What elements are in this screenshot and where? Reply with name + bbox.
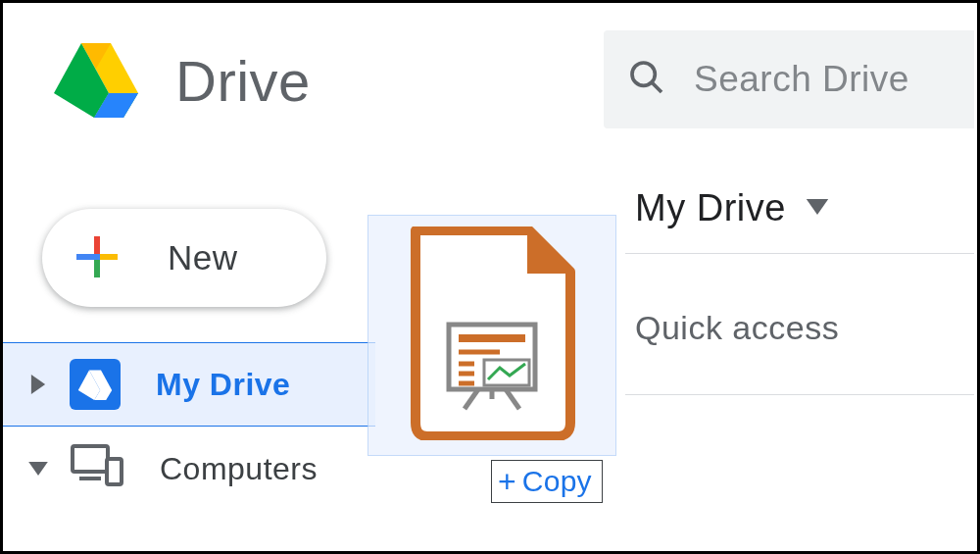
search-placeholder: Search Drive (694, 59, 909, 100)
svg-point-6 (632, 63, 655, 85)
new-button[interactable]: New (42, 209, 326, 307)
svg-marker-22 (527, 232, 568, 274)
svg-marker-17 (28, 462, 48, 476)
svg-rect-29 (484, 360, 529, 385)
svg-marker-21 (807, 199, 828, 215)
svg-line-31 (506, 389, 519, 409)
svg-line-30 (465, 389, 478, 409)
breadcrumb[interactable]: My Drive (625, 164, 974, 254)
search-input[interactable]: Search Drive (604, 30, 974, 128)
dropdown-arrow-icon (806, 199, 829, 219)
nav-list: My Drive Computers (3, 342, 375, 511)
svg-rect-10 (76, 254, 94, 260)
sidebar-item-computers[interactable]: Computers (3, 427, 375, 511)
plus-icon: + (498, 466, 516, 497)
expand-arrow-icon[interactable] (26, 375, 50, 394)
svg-rect-11 (100, 254, 118, 260)
app-title: Drive (175, 48, 311, 114)
new-button-label: New (168, 238, 238, 277)
drag-copy-tooltip: + Copy (491, 460, 603, 503)
breadcrumb-label: My Drive (635, 187, 786, 229)
svg-rect-20 (107, 459, 122, 484)
svg-marker-13 (31, 375, 45, 394)
drive-logo-icon (52, 39, 140, 122)
svg-rect-12 (94, 254, 100, 260)
drag-copy-label: Copy (522, 465, 592, 498)
presentation-file-icon (406, 227, 578, 444)
sidebar-item-label: Computers (160, 451, 318, 487)
svg-rect-8 (94, 236, 100, 254)
sidebar-item-label: My Drive (156, 367, 290, 403)
plus-icon (74, 233, 121, 283)
svg-line-7 (652, 82, 662, 92)
main-content: My Drive Quick access (625, 164, 974, 395)
computers-icon (70, 443, 124, 494)
svg-rect-9 (94, 260, 100, 277)
sidebar-item-my-drive[interactable]: My Drive (3, 342, 375, 427)
expand-arrow-icon[interactable] (26, 462, 50, 476)
drive-icon (70, 359, 121, 410)
svg-rect-18 (73, 446, 108, 472)
drag-preview (368, 215, 616, 456)
quick-access-heading: Quick access (625, 309, 974, 395)
sidebar: New My Drive (3, 209, 375, 511)
svg-rect-23 (449, 325, 535, 389)
search-icon (627, 58, 694, 101)
